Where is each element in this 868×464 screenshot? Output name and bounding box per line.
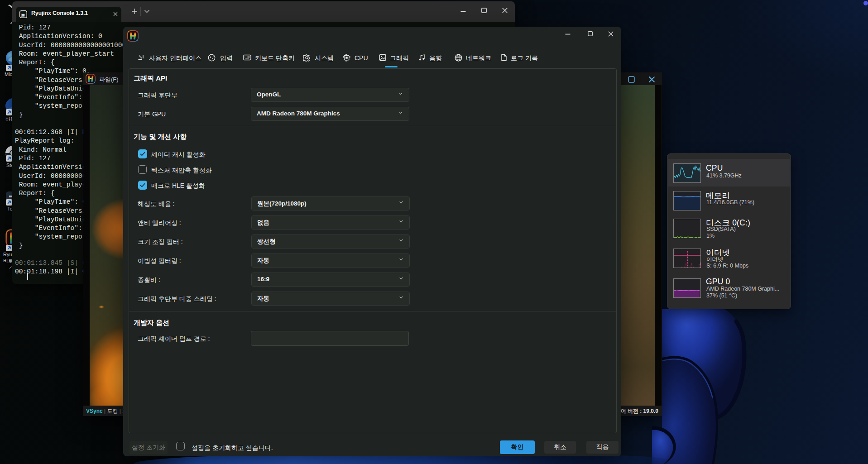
- svg-text:C:\: C:\: [21, 14, 25, 16]
